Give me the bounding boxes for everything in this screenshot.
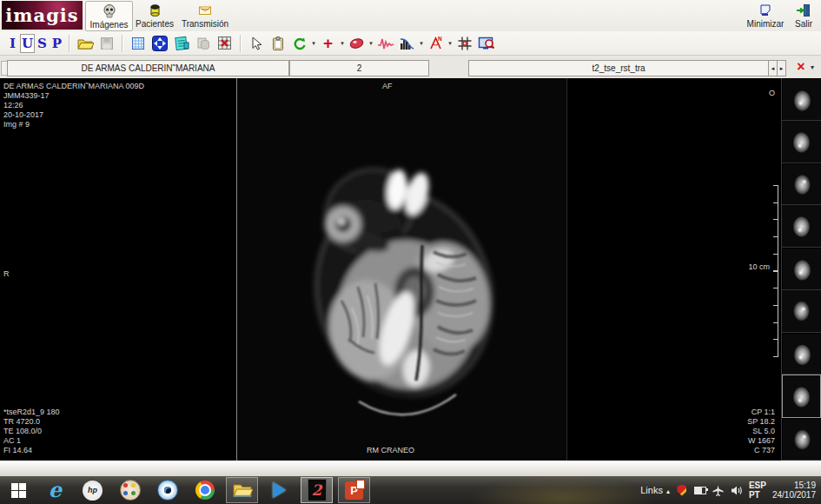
- taskbar-photo-viewer[interactable]: [149, 476, 186, 504]
- tools-toolbar: I U S P: [0, 31, 821, 56]
- speaker-tray-icon[interactable]: [731, 484, 743, 496]
- toolbar-separator: [69, 35, 70, 52]
- envelope-icon: [197, 3, 213, 18]
- tab-scroll-right-button[interactable]: [777, 60, 786, 76]
- overlay-ac: AC 1: [3, 436, 60, 446]
- save-floppy-icon: [99, 36, 115, 51]
- thumbnail-7[interactable]: [782, 333, 821, 375]
- format-s-button[interactable]: S: [35, 34, 50, 53]
- format-p-button[interactable]: P: [50, 34, 64, 53]
- nav-pacientes-label: Pacientes: [136, 19, 174, 29]
- angle-dropdown-caret[interactable]: [447, 40, 454, 47]
- thumbnail-4[interactable]: [782, 205, 821, 248]
- rotate-dropdown-caret[interactable]: [310, 40, 317, 47]
- cursor-arrow-icon: [248, 36, 264, 51]
- clipboard-tool-button[interactable]: [267, 34, 288, 53]
- add-marker-button[interactable]: +: [317, 34, 339, 53]
- chrome-icon: [195, 481, 215, 500]
- histogram-icon: [399, 36, 415, 51]
- overlay-fi: FI 14.64: [3, 446, 60, 455]
- system-tray: Links ESP PT 15:19 24/10/2017: [640, 481, 821, 500]
- taskbar-chrome[interactable]: [186, 476, 223, 504]
- taskbar-hp[interactable]: hp: [74, 476, 111, 504]
- mri-image[interactable]: [236, 78, 567, 461]
- image-viewport[interactable]: DE ARMAS CALDERIN˜MARIANA 009D JMM4339-1…: [0, 78, 781, 461]
- airplane-tray-icon[interactable]: [712, 484, 725, 496]
- grid-crosshair-button[interactable]: [454, 34, 475, 53]
- overlay-sequence-params: *tseR2d1_9 180 TR 4720.0 TE 108.0/0 AC 1…: [3, 408, 60, 455]
- exit-button[interactable]: Salir: [789, 1, 818, 30]
- imagis-application-window: { "app": { "logo": "imagis" }, "main_nav…: [0, 0, 821, 504]
- thumbnail-8-selected[interactable]: [782, 375, 821, 418]
- taskbar-clock[interactable]: 15:19 24/10/2017: [772, 481, 816, 500]
- histogram-dropdown-caret[interactable]: [418, 40, 425, 47]
- overlay-image-number: Img # 9: [3, 120, 144, 129]
- thumbnail-2[interactable]: [782, 121, 821, 163]
- thumbnail-9[interactable]: [782, 418, 821, 461]
- format-i-button[interactable]: I: [5, 34, 20, 53]
- navigate-arrows-icon: [151, 35, 169, 52]
- add-marker-dropdown-caret[interactable]: [339, 40, 346, 47]
- screen-magnifier-icon: [478, 36, 495, 51]
- thumbnail-1[interactable]: [782, 78, 821, 121]
- close-series-button[interactable]: [792, 59, 810, 76]
- format-u-button[interactable]: U: [20, 34, 35, 53]
- rotate-icon: [292, 36, 308, 51]
- tab-series-number[interactable]: 2: [289, 60, 429, 76]
- navigate-arrows-button[interactable]: [149, 34, 170, 53]
- rotate-tool-button[interactable]: [288, 34, 310, 53]
- angle-measure-icon: N: [428, 36, 444, 51]
- waveform-tool-button[interactable]: [374, 34, 396, 53]
- taskbar-file-explorer[interactable]: [223, 476, 261, 504]
- start-button[interactable]: [0, 476, 36, 504]
- red-plus-icon: +: [323, 36, 333, 51]
- nav-transmision-button[interactable]: Transmisión: [178, 1, 232, 30]
- matrix-close-button[interactable]: [214, 34, 235, 53]
- taskbar-imagis-active[interactable]: 2: [298, 476, 335, 504]
- close-dropdown-caret[interactable]: [811, 63, 814, 71]
- battery-tray-icon[interactable]: [694, 484, 706, 496]
- notes-button[interactable]: [170, 34, 192, 53]
- tab-sequence[interactable]: t2_tse_rst_tra: [468, 60, 769, 76]
- windows-logo-icon: [11, 483, 26, 498]
- clipboard-icon: [270, 36, 286, 51]
- nav-pacientes-button[interactable]: Pacientes: [133, 1, 176, 30]
- patients-database-icon: [147, 3, 162, 18]
- taskbar-paint[interactable]: [111, 476, 149, 504]
- tag-tool-button[interactable]: [346, 34, 367, 53]
- thumbnail-3[interactable]: [782, 163, 821, 206]
- overlay-patient-info: DE ARMAS CALDERIN˜MARIANA 009D JMM4339-1…: [3, 82, 144, 129]
- thumbnail-6[interactable]: [782, 290, 821, 333]
- nav-imagenes-button[interactable]: Imágenes: [85, 1, 133, 31]
- tag-dropdown-caret[interactable]: [367, 40, 374, 47]
- thumbnail-5[interactable]: [782, 248, 821, 290]
- imagis-logo: imagis: [2, 1, 83, 30]
- histogram-tool-button[interactable]: [396, 34, 418, 53]
- photo-viewer-eye-icon: [157, 480, 178, 501]
- tab-patient[interactable]: DE ARMAS CALDERIN˜MARIANA: [7, 60, 289, 76]
- screen-magnifier-button[interactable]: [475, 34, 497, 53]
- angle-measure-button[interactable]: N: [425, 34, 447, 53]
- paint-palette-icon: [120, 480, 141, 501]
- svg-text:N: N: [438, 36, 442, 42]
- table-grid-icon: [130, 36, 146, 51]
- windows-taskbar: e hp 2 P Links: [0, 476, 821, 504]
- matrix-close-icon: [216, 35, 233, 51]
- language-indicator[interactable]: ESP PT: [749, 481, 766, 500]
- minimize-label: Minimizar: [747, 19, 785, 29]
- minimize-button[interactable]: Minimizar: [740, 1, 791, 30]
- taskbar-powerpoint[interactable]: P: [335, 476, 373, 504]
- toolbar-separator: [122, 35, 122, 52]
- taskbar-internet-explorer[interactable]: e: [36, 476, 74, 504]
- overlay-patient-id: JMM4339-17: [3, 91, 144, 101]
- table-grid-button[interactable]: [127, 34, 149, 53]
- open-folder-button[interactable]: [74, 34, 96, 53]
- taskbar-media-player[interactable]: [261, 476, 298, 504]
- overlay-orientation-left: R: [3, 269, 10, 279]
- tab-patient-label: DE ARMAS CALDERIN˜MARIANA: [82, 63, 215, 73]
- internet-explorer-icon: e: [49, 480, 62, 501]
- antivirus-tray-icon[interactable]: [676, 484, 688, 496]
- copy-pages-button-disabled: [192, 34, 214, 53]
- cursor-tool-button[interactable]: [245, 34, 267, 53]
- minimize-icon: [758, 3, 773, 18]
